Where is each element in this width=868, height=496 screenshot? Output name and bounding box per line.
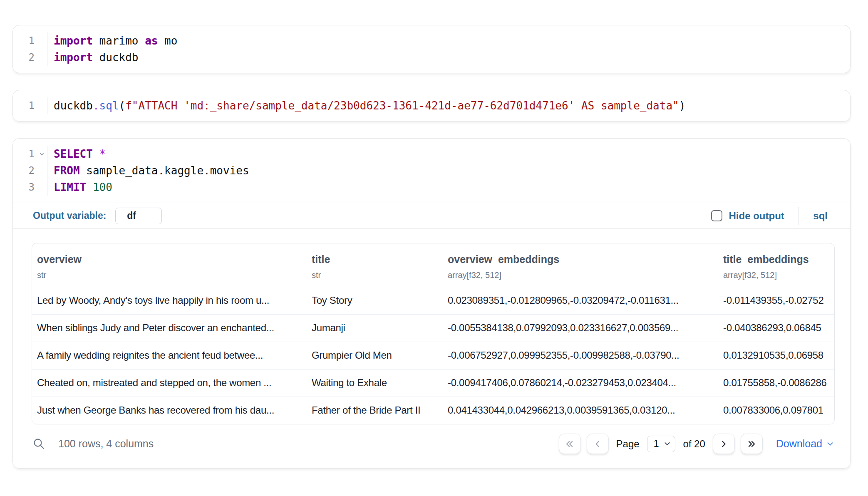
line-number: 1 — [13, 97, 47, 114]
code-content[interactable]: import marimo as moimport duckdb — [47, 32, 177, 66]
table-cell: 0.0132910535,0.06958 — [718, 342, 834, 369]
fold-chevron-icon[interactable] — [39, 151, 45, 157]
line-number: 1 — [13, 32, 47, 49]
search-icon[interactable] — [32, 437, 46, 451]
column-header-overview[interactable]: overview str — [32, 243, 307, 287]
output-variable-input[interactable] — [115, 208, 162, 224]
row-count-summary: 100 rows, 4 columns — [58, 438, 154, 450]
table-footer: 100 rows, 4 columns Page — [32, 424, 835, 454]
line-number: 3 — [13, 179, 47, 196]
column-dtype: str — [37, 270, 302, 280]
cell-language-badge[interactable]: sql — [813, 210, 828, 222]
table-cell: 0.023089351,-0.012809965,-0.03209472,-0.… — [443, 287, 718, 314]
table-cell: -0.011439355,-0.02752 — [718, 287, 834, 314]
first-page-button[interactable] — [559, 434, 581, 454]
line-number: 1 — [13, 146, 47, 162]
previous-page-button[interactable] — [587, 434, 609, 454]
chevron-left-icon — [593, 439, 603, 449]
table-cell: Waiting to Exhale — [307, 369, 443, 397]
table-cell: Cheated on, mistreated and stepped on, t… — [32, 369, 307, 397]
table-cell: A family wedding reignites the ancient f… — [32, 342, 307, 369]
table-cell: Led by Woody, Andy's toys live happily i… — [32, 287, 307, 314]
table-cell: -0.009417406,0.07860214,-0.023279453,0.0… — [443, 369, 718, 397]
column-header-title-embeddings[interactable]: title_embeddings array[f32, 512] — [718, 243, 834, 287]
next-page-button[interactable] — [713, 434, 735, 454]
table-row: Led by Woody, Andy's toys live happily i… — [32, 287, 834, 314]
hide-output-label[interactable]: Hide output — [729, 210, 784, 222]
line-number: 2 — [13, 49, 47, 66]
table-row: Just when George Banks has recovered fro… — [32, 397, 834, 424]
page-label: Page — [616, 438, 640, 450]
column-header-title[interactable]: title str — [307, 243, 443, 287]
hide-output-checkbox[interactable] — [711, 210, 722, 221]
line-number-gutter: 123 — [13, 146, 47, 196]
code-cell-attach: 1 duckdb.sql(f"ATTACH 'md:_share/sample_… — [12, 90, 851, 122]
table-row: A family wedding reignites the ancient f… — [32, 342, 834, 369]
page-select[interactable]: 1 — [647, 436, 676, 452]
chevron-down-icon — [664, 440, 671, 447]
column-dtype: array[f32, 512] — [448, 270, 713, 280]
code-content[interactable]: duckdb.sql(f"ATTACH 'md:_share/sample_da… — [47, 97, 685, 114]
result-table: overview str title str overview_embeddin… — [32, 243, 835, 424]
notebook-page: 12 import marimo as moimport duckdb 1 du… — [0, 0, 868, 469]
table-cell: Toy Story — [307, 287, 443, 314]
column-dtype: str — [312, 270, 438, 280]
table-row: Cheated on, mistreated and stepped on, t… — [32, 369, 834, 397]
code-editor-sql[interactable]: 123 SELECT *FROM sample_data.kaggle.movi… — [13, 139, 850, 203]
chevron-down-icon — [826, 440, 834, 448]
table-cell: -0.006752927,0.099952355,-0.009982588,-0… — [443, 342, 718, 369]
cell-output-area: overview str title str overview_embeddin… — [13, 229, 850, 468]
table-cell: Jumanji — [307, 314, 443, 342]
table-row: When siblings Judy and Peter discover an… — [32, 314, 834, 342]
code-editor-imports[interactable]: 12 import marimo as moimport duckdb — [13, 25, 850, 73]
table-cell: -0.0055384138,0.07992093,0.023316627,0.0… — [443, 314, 718, 342]
table-cell: 0.041433044,0.042966213,0.0039591365,0.0… — [443, 397, 718, 424]
line-number: 2 — [13, 162, 47, 179]
output-variable-bar: Output variable: Hide output sql — [13, 203, 850, 229]
line-number-gutter: 12 — [13, 32, 47, 66]
chevrons-right-icon — [746, 439, 756, 449]
table-cell: When siblings Judy and Peter discover an… — [32, 314, 307, 342]
table-cell: -0.040386293,0.06845 — [718, 314, 834, 342]
code-content[interactable]: SELECT *FROM sample_data.kaggle.moviesLI… — [47, 146, 249, 196]
table-cell: 0.01755858,-0.0086286 — [718, 369, 834, 397]
chevron-right-icon — [719, 439, 729, 449]
chevrons-left-icon — [565, 439, 575, 449]
last-page-button[interactable] — [741, 434, 763, 454]
divider — [799, 207, 799, 225]
line-number-gutter: 1 — [13, 97, 47, 114]
output-variable-label: Output variable: — [33, 210, 106, 221]
column-dtype: array[f32, 512] — [723, 270, 829, 280]
download-button[interactable]: Download — [776, 438, 834, 450]
code-editor-attach[interactable]: 1 duckdb.sql(f"ATTACH 'md:_share/sample_… — [13, 90, 850, 121]
column-header-overview-embeddings[interactable]: overview_embeddings array[f32, 512] — [443, 243, 718, 287]
table-cell: Just when George Banks has recovered fro… — [32, 397, 307, 424]
page-total-label: of 20 — [683, 438, 705, 450]
table-cell: Grumpier Old Men — [307, 342, 443, 369]
code-cell-imports: 12 import marimo as moimport duckdb — [12, 25, 851, 73]
table-cell: Father of the Bride Part II — [307, 397, 443, 424]
table-header-row: overview str title str overview_embeddin… — [32, 243, 834, 287]
code-cell-sql: 123 SELECT *FROM sample_data.kaggle.movi… — [12, 138, 851, 469]
table-cell: 0.007833006,0.097801 — [718, 397, 834, 424]
